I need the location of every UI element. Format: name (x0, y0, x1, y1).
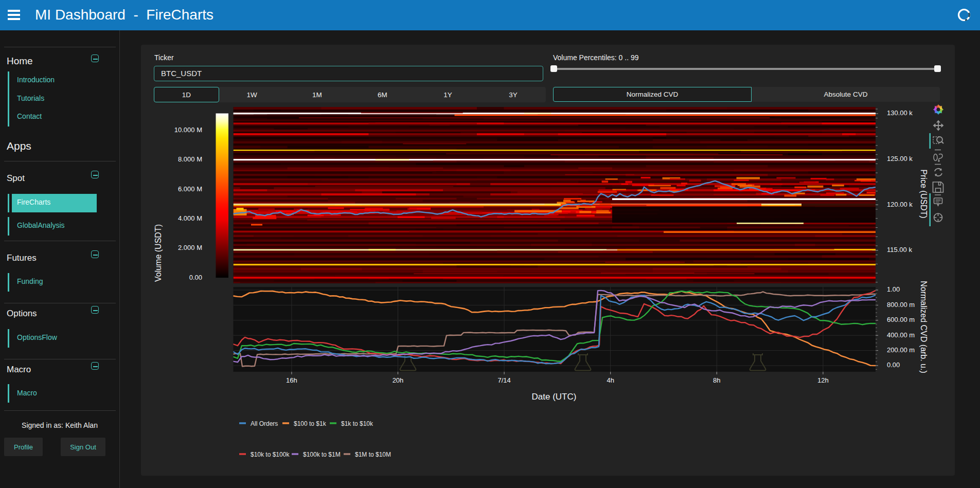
svg-text:8.000 M: 8.000 M (178, 155, 202, 163)
svg-text:130.00 k: 130.00 k (887, 109, 913, 117)
svg-text:Volume (USDT): Volume (USDT) (154, 224, 163, 282)
svg-text:20h: 20h (393, 376, 404, 384)
svg-text:1.00: 1.00 (887, 285, 900, 293)
svg-text:$100k to $1M: $100k to $1M (303, 451, 341, 458)
svg-text:Price (USDT): Price (USDT) (919, 169, 928, 218)
svg-text:16h: 16h (286, 376, 297, 384)
svg-text:200.00 m: 200.00 m (887, 346, 915, 354)
svg-text:All Orders: All Orders (251, 420, 278, 427)
svg-text:$1M to $10M: $1M to $10M (355, 451, 391, 458)
svg-text:125.00 k: 125.00 k (887, 155, 913, 162)
svg-text:4h: 4h (607, 376, 614, 384)
svg-text:$100 to $1k: $100 to $1k (294, 420, 327, 427)
svg-text:8h: 8h (713, 376, 720, 384)
svg-text:800.00 m: 800.00 m (887, 301, 915, 309)
svg-text:0.00: 0.00 (189, 274, 202, 281)
svg-text:400.00 m: 400.00 m (887, 331, 915, 339)
svg-text:$1k to $10k: $1k to $10k (341, 420, 373, 427)
svg-text:2.000 M: 2.000 M (178, 244, 202, 251)
svg-text:7/14: 7/14 (497, 376, 510, 384)
svg-text:4.000 M: 4.000 M (178, 214, 202, 222)
svg-text:0.00: 0.00 (887, 361, 900, 369)
svg-text:600.00 m: 600.00 m (887, 316, 915, 323)
svg-text:Normalized CVD (arb. u.): Normalized CVD (arb. u.) (919, 281, 928, 373)
svg-text:Date (UTC): Date (UTC) (532, 392, 577, 402)
svg-text:115.00 k: 115.00 k (887, 246, 912, 254)
svg-text:12h: 12h (817, 376, 829, 384)
svg-text:6.000 M: 6.000 M (178, 185, 202, 193)
svg-text:120.00 k: 120.00 k (887, 201, 913, 208)
svg-text:10.000 M: 10.000 M (174, 126, 202, 134)
svg-text:$10k to $100k: $10k to $100k (251, 451, 290, 458)
